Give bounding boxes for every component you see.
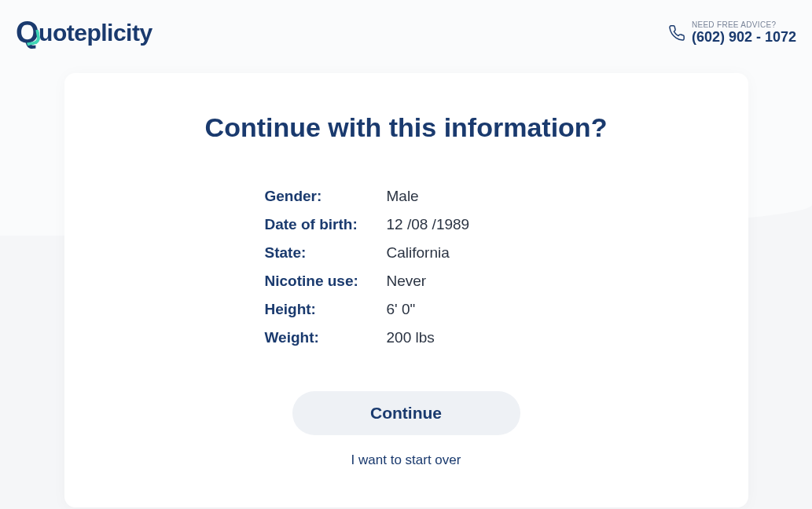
info-label: Nicotine use: [265,273,387,290]
info-label: Date of birth: [265,216,387,233]
info-table: Gender: Male Date of birth: 12 /08 /1989… [265,182,548,352]
info-row-nicotine: Nicotine use: Never [265,267,548,295]
contact-text: NEED FREE ADVICE? (602) 902 - 1072 [692,20,796,46]
contact-block[interactable]: NEED FREE ADVICE? (602) 902 - 1072 [668,20,796,46]
advice-label: NEED FREE ADVICE? [692,20,776,29]
info-label: Height: [265,301,387,318]
info-label: Weight: [265,329,387,346]
logo-text: uoteplicity [39,20,152,46]
header: Quoteplicity NEED FREE ADVICE? (602) 902… [0,0,812,49]
info-value: California [387,244,450,262]
info-label: Gender: [265,188,387,205]
info-label: State: [265,244,387,262]
info-row-state: State: California [265,239,548,267]
info-value: Never [387,273,427,290]
continue-button[interactable]: Continue [292,391,520,435]
start-over-link[interactable]: I want to start over [112,452,701,468]
info-value: Male [387,188,419,205]
phone-number: (602) 902 - 1072 [692,29,796,46]
logo-q-letter: Q [16,16,39,49]
phone-icon [668,24,685,42]
info-value: 6' 0" [387,301,416,318]
confirmation-card: Continue with this information? Gender: … [64,73,748,507]
card-title: Continue with this information? [112,112,701,143]
info-row-dob: Date of birth: 12 /08 /1989 [265,211,548,239]
logo[interactable]: Quoteplicity [16,16,152,49]
info-row-height: Height: 6' 0" [265,295,548,324]
info-value: 12 /08 /1989 [387,216,470,233]
info-row-weight: Weight: 200 lbs [265,324,548,352]
info-row-gender: Gender: Male [265,182,548,211]
info-value: 200 lbs [387,329,435,346]
